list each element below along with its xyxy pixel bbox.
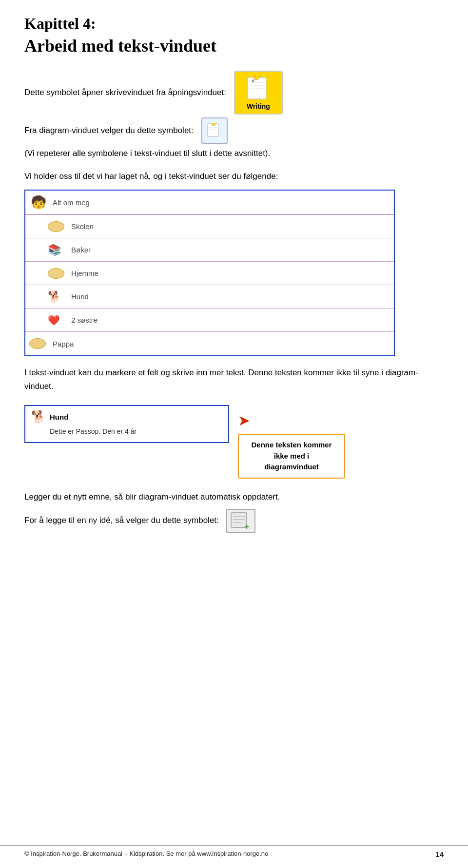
- tekst-vinduet-table: 🧒 Alt om meg Skolen 📚 Bøker Hjemme 🐕 Hun…: [24, 190, 395, 356]
- writing-label: Writing: [247, 102, 270, 110]
- hund-box-row-2: 🐕 Dette er Passop. Den er 4 år: [31, 424, 222, 438]
- dog-icon: 🐕: [48, 290, 61, 303]
- hund-text: Dette er Passop. Den er 4 år: [50, 427, 136, 435]
- writing-symbol-svg: [244, 76, 273, 102]
- intro-line2: Fra diagram-vinduet velger du dette symb…: [24, 124, 194, 137]
- row-label-0: Alt om meg: [53, 198, 90, 207]
- hund-example: 🐕 Hund 🐕 Dette er Passop. Den er 4 år ➤ …: [24, 405, 444, 479]
- section1-heading: Vi holder oss til det vi har laget nå, o…: [24, 170, 444, 183]
- diagram-symbol-row: Fra diagram-vinduet velger du dette symb…: [24, 117, 444, 144]
- oval-icon: [48, 221, 64, 232]
- add-symbol: +: [226, 509, 255, 533]
- dog-icon-example: 🐕: [31, 410, 46, 424]
- table-row: ❤️ 2 søstre: [25, 309, 394, 332]
- row-label-6: Pappa: [53, 340, 74, 348]
- table-row: 📚 Bøker: [25, 238, 394, 262]
- table-row: Pappa: [25, 332, 394, 355]
- paragraph1: I tekst-vinduet kan du markere et felt o…: [24, 366, 444, 393]
- table-row: Skolen: [25, 215, 394, 238]
- face-icon: 🧒: [29, 193, 48, 212]
- paragraph3: For å legge til en ny idé, så velger du …: [24, 509, 444, 533]
- oval-icon: [48, 268, 64, 279]
- hund-box-row-1: 🐕 Hund: [31, 410, 222, 424]
- intro-line3: (Vi repeterer alle symbolene i tekst-vin…: [24, 147, 444, 160]
- footer-page: 14: [435, 850, 444, 858]
- row-label-1: Skolen: [71, 222, 94, 231]
- paragraph2: Legger du et nytt emne, så blir diagram-…: [24, 490, 444, 504]
- row-label-2: Bøker: [71, 246, 91, 254]
- table-row: 🧒 Alt om meg: [25, 191, 394, 215]
- writing-symbol-row: Dette symbolet åpner skrivevinduet fra å…: [24, 71, 444, 115]
- heart-icon: ❤️: [48, 315, 60, 326]
- chapter-number: Kapittel 4:: [24, 15, 444, 33]
- table-row: Hjemme: [25, 262, 394, 285]
- writing-symbol: Writing: [234, 71, 283, 115]
- row-label-3: Hjemme: [71, 269, 98, 277]
- footer: © Inspiration-Norge. Brukermanual – Kids…: [0, 846, 468, 858]
- tooltip-box: Denne teksten kommer ikke med i diagramv…: [238, 434, 345, 479]
- hund-label: Hund: [50, 413, 68, 421]
- small-writing-symbol: [201, 117, 228, 144]
- svg-text:+: +: [244, 522, 250, 530]
- add-symbol-svg: +: [230, 512, 252, 530]
- row-label-4: Hund: [71, 292, 89, 301]
- para3-text: For å legge til en ny idé, så velger du …: [24, 516, 219, 525]
- oval-icon: [29, 338, 46, 349]
- row-label-5: 2 søstre: [71, 316, 98, 324]
- intro-line1: Dette symbolet åpner skrivevinduet fra å…: [24, 86, 226, 99]
- intro-block: Dette symbolet åpner skrivevinduet fra å…: [24, 71, 444, 160]
- chapter-title: Arbeid med tekst-vinduet: [24, 36, 444, 56]
- hund-box: 🐕 Hund 🐕 Dette er Passop. Den er 4 år: [24, 405, 229, 443]
- books-icon: 📚: [48, 244, 61, 256]
- table-row: 🐕 Hund: [25, 285, 394, 309]
- arrow-icon: ➤: [238, 412, 250, 429]
- footer-text: © Inspiration-Norge. Brukermanual – Kids…: [24, 850, 268, 858]
- tooltip-area: ➤ Denne teksten kommer ikke med i diagra…: [238, 405, 345, 479]
